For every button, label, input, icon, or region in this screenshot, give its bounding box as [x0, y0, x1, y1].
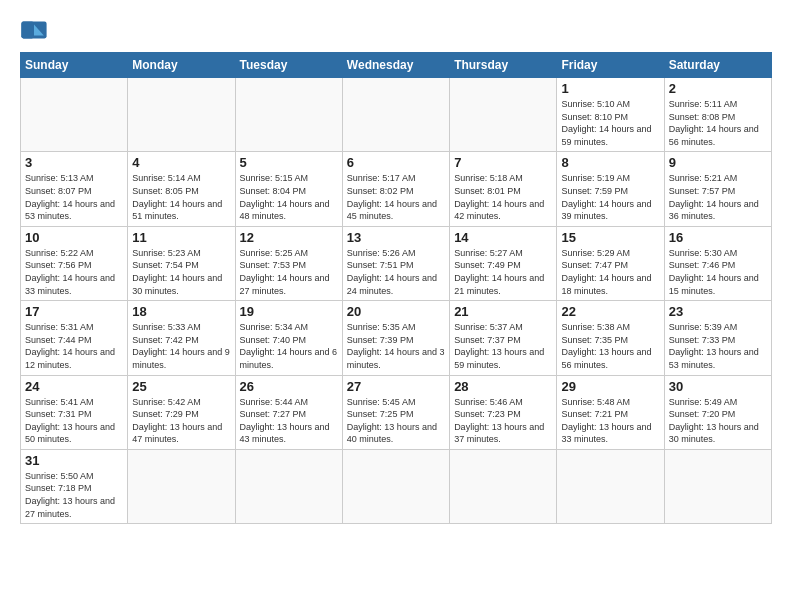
day-info: Sunrise: 5:35 AM Sunset: 7:39 PM Dayligh…: [347, 321, 445, 371]
logo: [20, 16, 52, 44]
day-number: 8: [561, 155, 659, 170]
calendar-cell: 13Sunrise: 5:26 AM Sunset: 7:51 PM Dayli…: [342, 226, 449, 300]
day-info: Sunrise: 5:29 AM Sunset: 7:47 PM Dayligh…: [561, 247, 659, 297]
calendar-cell: 28Sunrise: 5:46 AM Sunset: 7:23 PM Dayli…: [450, 375, 557, 449]
day-info: Sunrise: 5:42 AM Sunset: 7:29 PM Dayligh…: [132, 396, 230, 446]
calendar-cell: 29Sunrise: 5:48 AM Sunset: 7:21 PM Dayli…: [557, 375, 664, 449]
calendar-cell: [128, 449, 235, 523]
calendar-cell: 8Sunrise: 5:19 AM Sunset: 7:59 PM Daylig…: [557, 152, 664, 226]
day-number: 4: [132, 155, 230, 170]
day-number: 23: [669, 304, 767, 319]
day-info: Sunrise: 5:14 AM Sunset: 8:05 PM Dayligh…: [132, 172, 230, 222]
calendar-page: SundayMondayTuesdayWednesdayThursdayFrid…: [0, 0, 792, 534]
calendar-cell: [664, 449, 771, 523]
day-info: Sunrise: 5:44 AM Sunset: 7:27 PM Dayligh…: [240, 396, 338, 446]
calendar-header-sunday: Sunday: [21, 53, 128, 78]
calendar-cell: [450, 449, 557, 523]
day-info: Sunrise: 5:41 AM Sunset: 7:31 PM Dayligh…: [25, 396, 123, 446]
day-info: Sunrise: 5:46 AM Sunset: 7:23 PM Dayligh…: [454, 396, 552, 446]
calendar-cell: 14Sunrise: 5:27 AM Sunset: 7:49 PM Dayli…: [450, 226, 557, 300]
calendar-cell: 27Sunrise: 5:45 AM Sunset: 7:25 PM Dayli…: [342, 375, 449, 449]
calendar-cell: 23Sunrise: 5:39 AM Sunset: 7:33 PM Dayli…: [664, 301, 771, 375]
calendar-header-monday: Monday: [128, 53, 235, 78]
day-number: 10: [25, 230, 123, 245]
calendar-header-tuesday: Tuesday: [235, 53, 342, 78]
calendar-cell: 31Sunrise: 5:50 AM Sunset: 7:18 PM Dayli…: [21, 449, 128, 523]
calendar-week-row: 10Sunrise: 5:22 AM Sunset: 7:56 PM Dayli…: [21, 226, 772, 300]
day-number: 2: [669, 81, 767, 96]
calendar-header-friday: Friday: [557, 53, 664, 78]
day-info: Sunrise: 5:13 AM Sunset: 8:07 PM Dayligh…: [25, 172, 123, 222]
calendar-week-row: 3Sunrise: 5:13 AM Sunset: 8:07 PM Daylig…: [21, 152, 772, 226]
calendar-cell: 30Sunrise: 5:49 AM Sunset: 7:20 PM Dayli…: [664, 375, 771, 449]
calendar-cell: 2Sunrise: 5:11 AM Sunset: 8:08 PM Daylig…: [664, 78, 771, 152]
day-number: 25: [132, 379, 230, 394]
day-number: 20: [347, 304, 445, 319]
day-info: Sunrise: 5:11 AM Sunset: 8:08 PM Dayligh…: [669, 98, 767, 148]
day-info: Sunrise: 5:22 AM Sunset: 7:56 PM Dayligh…: [25, 247, 123, 297]
day-info: Sunrise: 5:15 AM Sunset: 8:04 PM Dayligh…: [240, 172, 338, 222]
day-info: Sunrise: 5:33 AM Sunset: 7:42 PM Dayligh…: [132, 321, 230, 371]
day-number: 6: [347, 155, 445, 170]
calendar-cell: 19Sunrise: 5:34 AM Sunset: 7:40 PM Dayli…: [235, 301, 342, 375]
calendar-cell: [235, 78, 342, 152]
day-info: Sunrise: 5:39 AM Sunset: 7:33 PM Dayligh…: [669, 321, 767, 371]
calendar-header-wednesday: Wednesday: [342, 53, 449, 78]
calendar-header-row: SundayMondayTuesdayWednesdayThursdayFrid…: [21, 53, 772, 78]
calendar-cell: 16Sunrise: 5:30 AM Sunset: 7:46 PM Dayli…: [664, 226, 771, 300]
calendar-cell: 21Sunrise: 5:37 AM Sunset: 7:37 PM Dayli…: [450, 301, 557, 375]
day-number: 12: [240, 230, 338, 245]
calendar-cell: 3Sunrise: 5:13 AM Sunset: 8:07 PM Daylig…: [21, 152, 128, 226]
day-info: Sunrise: 5:34 AM Sunset: 7:40 PM Dayligh…: [240, 321, 338, 371]
calendar-cell: 26Sunrise: 5:44 AM Sunset: 7:27 PM Dayli…: [235, 375, 342, 449]
day-number: 15: [561, 230, 659, 245]
day-number: 1: [561, 81, 659, 96]
day-info: Sunrise: 5:30 AM Sunset: 7:46 PM Dayligh…: [669, 247, 767, 297]
calendar-table: SundayMondayTuesdayWednesdayThursdayFrid…: [20, 52, 772, 524]
calendar-cell: 7Sunrise: 5:18 AM Sunset: 8:01 PM Daylig…: [450, 152, 557, 226]
calendar-cell: [450, 78, 557, 152]
day-info: Sunrise: 5:18 AM Sunset: 8:01 PM Dayligh…: [454, 172, 552, 222]
day-number: 22: [561, 304, 659, 319]
day-number: 13: [347, 230, 445, 245]
day-info: Sunrise: 5:21 AM Sunset: 7:57 PM Dayligh…: [669, 172, 767, 222]
header: [20, 16, 772, 44]
day-info: Sunrise: 5:26 AM Sunset: 7:51 PM Dayligh…: [347, 247, 445, 297]
calendar-cell: 25Sunrise: 5:42 AM Sunset: 7:29 PM Dayli…: [128, 375, 235, 449]
day-info: Sunrise: 5:31 AM Sunset: 7:44 PM Dayligh…: [25, 321, 123, 371]
day-number: 21: [454, 304, 552, 319]
day-info: Sunrise: 5:50 AM Sunset: 7:18 PM Dayligh…: [25, 470, 123, 520]
calendar-cell: 15Sunrise: 5:29 AM Sunset: 7:47 PM Dayli…: [557, 226, 664, 300]
day-number: 7: [454, 155, 552, 170]
day-info: Sunrise: 5:23 AM Sunset: 7:54 PM Dayligh…: [132, 247, 230, 297]
calendar-week-row: 31Sunrise: 5:50 AM Sunset: 7:18 PM Dayli…: [21, 449, 772, 523]
calendar-cell: 18Sunrise: 5:33 AM Sunset: 7:42 PM Dayli…: [128, 301, 235, 375]
calendar-cell: 22Sunrise: 5:38 AM Sunset: 7:35 PM Dayli…: [557, 301, 664, 375]
day-number: 31: [25, 453, 123, 468]
day-number: 27: [347, 379, 445, 394]
calendar-cell: [557, 449, 664, 523]
day-number: 11: [132, 230, 230, 245]
day-info: Sunrise: 5:45 AM Sunset: 7:25 PM Dayligh…: [347, 396, 445, 446]
calendar-cell: 4Sunrise: 5:14 AM Sunset: 8:05 PM Daylig…: [128, 152, 235, 226]
day-number: 18: [132, 304, 230, 319]
day-info: Sunrise: 5:37 AM Sunset: 7:37 PM Dayligh…: [454, 321, 552, 371]
calendar-week-row: 1Sunrise: 5:10 AM Sunset: 8:10 PM Daylig…: [21, 78, 772, 152]
day-number: 29: [561, 379, 659, 394]
day-info: Sunrise: 5:10 AM Sunset: 8:10 PM Dayligh…: [561, 98, 659, 148]
day-number: 3: [25, 155, 123, 170]
svg-rect-2: [21, 22, 34, 39]
calendar-cell: [342, 449, 449, 523]
calendar-cell: 10Sunrise: 5:22 AM Sunset: 7:56 PM Dayli…: [21, 226, 128, 300]
calendar-cell: [342, 78, 449, 152]
calendar-cell: 17Sunrise: 5:31 AM Sunset: 7:44 PM Dayli…: [21, 301, 128, 375]
calendar-cell: 1Sunrise: 5:10 AM Sunset: 8:10 PM Daylig…: [557, 78, 664, 152]
day-number: 14: [454, 230, 552, 245]
calendar-week-row: 24Sunrise: 5:41 AM Sunset: 7:31 PM Dayli…: [21, 375, 772, 449]
general-blue-logo-icon: [20, 16, 48, 44]
day-info: Sunrise: 5:27 AM Sunset: 7:49 PM Dayligh…: [454, 247, 552, 297]
day-number: 9: [669, 155, 767, 170]
day-number: 28: [454, 379, 552, 394]
calendar-cell: 20Sunrise: 5:35 AM Sunset: 7:39 PM Dayli…: [342, 301, 449, 375]
day-info: Sunrise: 5:25 AM Sunset: 7:53 PM Dayligh…: [240, 247, 338, 297]
